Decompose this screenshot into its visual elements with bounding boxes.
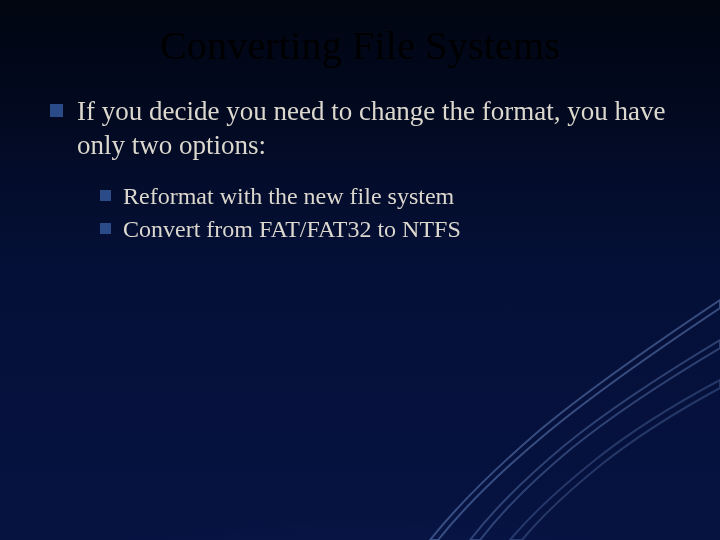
bullet-text: Reformat with the new file system: [123, 181, 454, 212]
bullet-level2: Convert from FAT/FAT32 to NTFS: [100, 214, 674, 245]
square-bullet-icon: [100, 190, 111, 201]
bullet-level1: If you decide you need to change the for…: [50, 95, 674, 163]
bullet-text: If you decide you need to change the for…: [77, 95, 674, 163]
bullet-level2: Reformat with the new file system: [100, 181, 674, 212]
square-bullet-icon: [50, 104, 63, 117]
slide-title: Converting File Systems: [46, 22, 674, 69]
square-bullet-icon: [100, 223, 111, 234]
bullet-text: Convert from FAT/FAT32 to NTFS: [123, 214, 461, 245]
slide-container: Converting File Systems If you decide yo…: [0, 0, 720, 540]
